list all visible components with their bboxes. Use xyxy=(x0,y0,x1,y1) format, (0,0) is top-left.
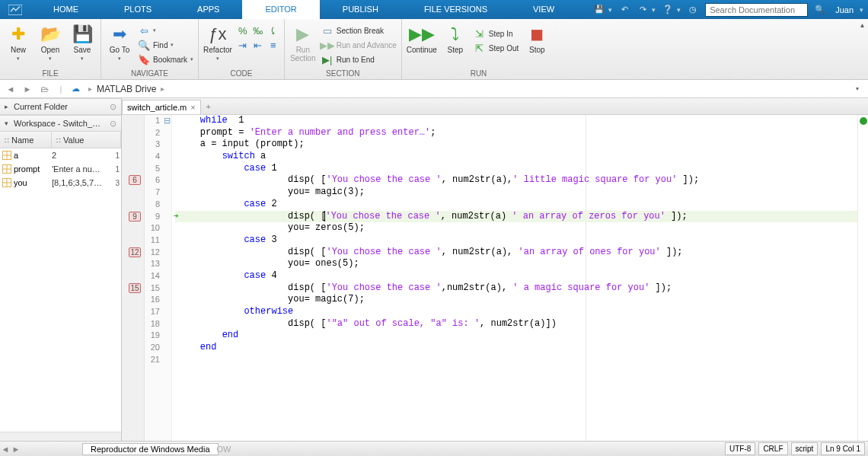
code-line[interactable]: case 3 xyxy=(175,234,857,247)
code-line[interactable]: case 4 xyxy=(175,270,857,282)
code-opt1[interactable]: %‰⤹ xyxy=(237,24,279,37)
code-line[interactable]: prompt = 'Enter a number and press enter… xyxy=(175,127,857,139)
status-cursor-pos[interactable]: Ln 9 Col 1 xyxy=(821,442,865,455)
section-break-button[interactable]: ▭Section Break xyxy=(321,24,397,37)
file-tab-active[interactable]: switch_article.m × xyxy=(122,100,201,114)
variable-icon xyxy=(0,164,14,174)
code-line[interactable]: disp( ['You chose the case ', num2str(a)… xyxy=(175,247,857,259)
breakpoint-gutter[interactable]: 691215 xyxy=(122,115,145,441)
nav-up-icon[interactable]: 🗁 xyxy=(38,85,50,94)
ribbon-group-navigate: ➡Go To▾ ⇦▾ 🔍Find▾ 🔖Bookmark▾ NAVIGATE xyxy=(101,19,199,79)
code-line[interactable]: end xyxy=(175,330,857,342)
refactor-button[interactable]: ƒxRefactor▾ xyxy=(203,21,232,69)
menu-tab-file-versions[interactable]: FILE VERSIONS xyxy=(401,0,510,19)
workspace-row[interactable]: you[8,1,6;3,5,7…3 xyxy=(0,176,121,190)
editor-body[interactable]: 691215 123456789101112131415161718192021… xyxy=(122,115,868,441)
addon-icon[interactable]: ◷ xyxy=(687,4,699,16)
code-line[interactable]: you= zeros(5); xyxy=(175,222,857,234)
status-ok-icon xyxy=(860,117,867,125)
code-opt2[interactable]: ⇥⇤≡ xyxy=(237,39,279,51)
variable-icon xyxy=(0,178,14,187)
nav-fwd-icon[interactable]: ► xyxy=(21,85,34,94)
ws-col-name[interactable]: ∷ Name xyxy=(0,132,52,148)
ribbon-group-section-label: SECTION xyxy=(289,69,397,79)
code-line[interactable]: a = input (prompt); xyxy=(175,139,857,151)
top-menu-right: 💾▾ ↶ ↷▾ ❔▾ ◷ 🔍 Juan▾ xyxy=(593,3,868,17)
open-button[interactable]: 📂Open▾ xyxy=(37,21,64,69)
code-line[interactable]: switch a xyxy=(175,151,857,163)
workspace-row[interactable]: prompt'Enter a nu…1 xyxy=(0,162,121,176)
panel-close-icon[interactable]: ⊙ xyxy=(110,102,116,112)
address-drop-icon[interactable]: ▾ xyxy=(856,85,863,92)
search-docs-input[interactable] xyxy=(705,3,808,17)
menu-tab-home[interactable]: HOME xyxy=(30,0,101,19)
taskbar-prev-icon[interactable]: ◄ xyxy=(0,445,11,454)
menu-tab-apps[interactable]: APPS xyxy=(174,0,242,19)
taskbar-next-icon[interactable]: ► xyxy=(11,445,21,454)
ws-col-value[interactable]: ∷ Value xyxy=(52,132,121,148)
code-line[interactable]: otherwise xyxy=(175,306,857,318)
continue-button[interactable]: ▶▶Continue xyxy=(407,21,437,69)
step-out-button[interactable]: ⇱Step Out xyxy=(474,42,519,54)
menu-tab-publish[interactable]: PUBLISH xyxy=(320,0,401,19)
code-line[interactable]: you= magic(3); xyxy=(175,187,857,199)
code-line[interactable]: you= magic(7); xyxy=(175,294,857,306)
step-in-button[interactable]: ⇲Step In xyxy=(474,27,519,40)
close-tab-icon[interactable]: × xyxy=(190,103,195,112)
code-line[interactable]: while 1 xyxy=(175,115,857,127)
code-line[interactable]: end xyxy=(175,342,857,354)
code-line[interactable]: case 2 xyxy=(175,199,857,211)
search-icon[interactable]: 🔍 xyxy=(814,4,826,16)
user-label[interactable]: Juan xyxy=(832,5,857,14)
code-line[interactable]: disp( ['You chose the case ', num2str(a)… xyxy=(175,174,857,187)
status-eol[interactable]: CRLF xyxy=(758,442,787,455)
ribbon-group-section: ▶Run Section ▭Section Break ▶▶Run and Ad… xyxy=(285,19,402,79)
ribbon-collapse-button[interactable]: ▴ xyxy=(856,19,868,79)
menu-tab-view[interactable]: VIEW xyxy=(510,0,577,19)
ws-var-name: you xyxy=(14,178,52,187)
code-line[interactable]: disp( ['You chose the case ', num2str(a)… xyxy=(175,211,857,223)
redo-icon[interactable]: ↷ xyxy=(637,4,649,16)
workspace-row[interactable]: a21 xyxy=(0,148,121,162)
find-button[interactable]: 🔍Find▾ xyxy=(138,39,193,51)
code-line[interactable]: case 1 xyxy=(175,163,857,175)
current-folder-header[interactable]: ▸ Current Folder ⊙ xyxy=(0,98,121,115)
status-filetype[interactable]: script xyxy=(791,442,819,455)
step-button[interactable]: ⤵Step xyxy=(442,21,469,69)
stop-button[interactable]: ◼Stop xyxy=(523,21,550,69)
fold-gutter[interactable]: ⊟ xyxy=(163,115,172,441)
cloud-icon[interactable]: ☁ xyxy=(72,84,84,94)
help-icon[interactable]: ❔ xyxy=(662,4,674,16)
code-area[interactable]: while 1 prompt = 'Enter a number and pre… xyxy=(172,115,857,441)
chevron-down-icon: ▾ xyxy=(5,120,14,127)
new-button[interactable]: ✚New▾ xyxy=(5,21,32,69)
taskbar-window-button[interactable]: Reproductor de Windows Media xyxy=(82,443,219,455)
run-to-end-button[interactable]: ▶|Run to End xyxy=(321,53,397,65)
nav-back-icon[interactable]: ◄ xyxy=(5,85,17,94)
workspace-header[interactable]: ▾ Workspace - Switch_… ⊙ xyxy=(0,115,121,132)
breadcrumb-matlab-drive[interactable]: MATLAB Drive xyxy=(97,84,156,94)
save-icon[interactable]: 💾 xyxy=(593,4,605,16)
menu-tab-editor[interactable]: EDITOR xyxy=(242,0,319,19)
bookmark-button[interactable]: 🔖Bookmark▾ xyxy=(138,53,193,65)
ribbon-group-run-label: RUN xyxy=(407,69,551,79)
code-line[interactable]: disp( ['"a" out of scale, "a" is: ', num… xyxy=(175,318,857,330)
code-line[interactable]: disp( ['You chose the case ',num2str(a),… xyxy=(175,282,857,295)
scrollbar-h[interactable] xyxy=(0,432,121,441)
save-button[interactable]: 💾Save▾ xyxy=(69,21,96,69)
panel-close-icon[interactable]: ⊙ xyxy=(110,119,116,129)
menu-tab-plots[interactable]: PLOTS xyxy=(101,0,174,19)
workspace-title: Workspace - Switch_… xyxy=(14,119,101,128)
ribbon-toolstrip: ✚New▾ 📂Open▾ 💾Save▾ FILE ➡Go To▾ ⇦▾ 🔍Fin… xyxy=(0,19,868,80)
code-line[interactable]: you= ones(5); xyxy=(175,258,857,270)
matlab-logo-icon[interactable] xyxy=(0,0,30,19)
nav-back-button[interactable]: ⇦▾ xyxy=(138,24,193,37)
variable-icon xyxy=(0,151,14,160)
code-line[interactable] xyxy=(175,354,857,366)
new-tab-button[interactable]: + xyxy=(201,98,216,114)
goto-button[interactable]: ➡Go To▾ xyxy=(106,21,133,69)
undo-icon[interactable]: ↶ xyxy=(618,4,630,16)
run-advance-button: ▶▶Run and Advance xyxy=(321,39,397,51)
run-section-button: ▶Run Section xyxy=(289,21,317,69)
status-encoding[interactable]: UTF-8 xyxy=(725,442,755,455)
